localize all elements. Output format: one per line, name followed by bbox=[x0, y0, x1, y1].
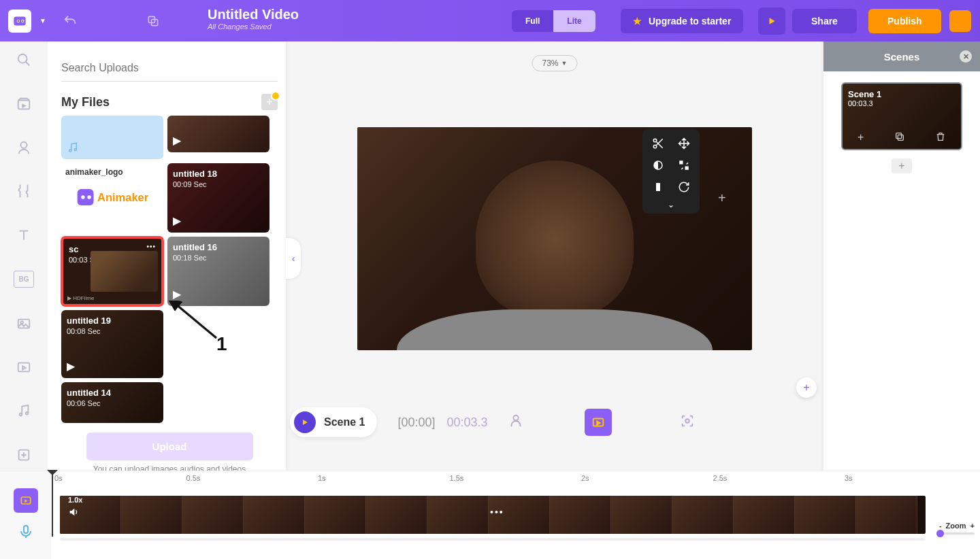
tick: 0.5s bbox=[186, 474, 201, 482]
flip-icon[interactable] bbox=[678, 159, 690, 171]
mode-lite[interactable]: Lite bbox=[553, 10, 595, 32]
timeline-zoom-control[interactable]: - Zoom + bbox=[939, 522, 975, 530]
character-icon[interactable] bbox=[14, 139, 34, 156]
user-avatar[interactable] bbox=[949, 10, 971, 32]
scene-add-icon[interactable]: + bbox=[858, 131, 864, 145]
app-logo[interactable] bbox=[8, 10, 31, 33]
file-animaker-logo[interactable]: animaker_logo Animaker bbox=[61, 163, 163, 231]
search-icon[interactable] bbox=[14, 52, 34, 68]
svg-point-29 bbox=[685, 419, 689, 423]
timeline-ruler[interactable]: 0s 0.5s 1s 1.5s 2s 2.5s 3s bbox=[54, 474, 932, 486]
file-untitled-19[interactable]: untitled 19 00:08 Sec ▶ bbox=[61, 310, 163, 378]
left-toolbar: BG bbox=[0, 41, 48, 463]
uploads-panel: My Files + ▶ animaker_logo Animaker unti… bbox=[48, 41, 286, 471]
animaker-logo-icon: Animaker bbox=[75, 180, 150, 214]
svg-point-4 bbox=[22, 20, 23, 21]
time-current: [00:00] bbox=[397, 416, 435, 429]
add-scene-button[interactable]: + bbox=[892, 158, 912, 173]
publish-button[interactable]: Publish bbox=[868, 9, 941, 33]
timeline: 0s 0.5s 1s 1.5s 2s 2.5s 3s 1.0x ••• - Zo… bbox=[0, 471, 980, 559]
volume-icon[interactable] bbox=[68, 507, 79, 520]
zoom-label: Zoom bbox=[946, 522, 966, 530]
timeline-zoom-slider[interactable] bbox=[936, 532, 975, 535]
trim-icon[interactable] bbox=[652, 137, 664, 150]
scene-pill[interactable]: Scene 1 bbox=[290, 407, 377, 437]
scene-play-button[interactable] bbox=[294, 411, 316, 433]
properties-icon[interactable] bbox=[14, 183, 34, 199]
play-icon: ▶ bbox=[173, 288, 181, 301]
share-button[interactable]: Share bbox=[792, 9, 857, 33]
timeline-video-icon[interactable] bbox=[14, 488, 38, 513]
video-icon[interactable] bbox=[14, 359, 34, 375]
svg-rect-30 bbox=[898, 135, 903, 140]
mode-full[interactable]: Full bbox=[512, 10, 553, 32]
tick: 1s bbox=[318, 474, 326, 482]
files-grid: ▶ animaker_logo Animaker untitled 18 00:… bbox=[61, 116, 278, 423]
play-icon: ▶ bbox=[173, 134, 181, 147]
file-options-icon[interactable]: ••• bbox=[146, 243, 156, 250]
app-menu-chevron-icon[interactable]: ▼ bbox=[39, 17, 46, 24]
file-untitled-18[interactable]: untitled 18 00:09 Sec ▶ bbox=[167, 163, 270, 233]
crop-icon[interactable] bbox=[652, 181, 664, 193]
zoom-minus-icon[interactable]: - bbox=[939, 522, 942, 530]
user-strip-icon[interactable] bbox=[508, 413, 523, 431]
timeline-left-tools bbox=[0, 471, 51, 559]
file-name: untitled 16 bbox=[173, 242, 264, 252]
tick: 1.5s bbox=[450, 474, 464, 482]
tick: 2s bbox=[581, 474, 589, 482]
close-scenes-icon[interactable]: ✕ bbox=[960, 50, 972, 63]
file-video-untitled17[interactable]: ▶ bbox=[167, 116, 270, 152]
speed-badge[interactable]: 1.0x bbox=[68, 496, 82, 504]
text-icon[interactable] bbox=[14, 227, 34, 243]
scene-strip: Scene 1 [00:00] 00:03.3 bbox=[286, 402, 823, 443]
scene-label: Scene 1 bbox=[324, 416, 365, 428]
search-uploads-input[interactable] bbox=[61, 55, 278, 82]
svg-point-23 bbox=[653, 145, 657, 148]
tick: 2.5s bbox=[713, 474, 728, 482]
zoom-value: 73% bbox=[542, 58, 559, 68]
image-icon[interactable] bbox=[14, 315, 34, 331]
add-canvas-right-button[interactable]: + bbox=[718, 190, 726, 206]
background-icon[interactable]: BG bbox=[14, 271, 34, 288]
add-element-button[interactable]: + bbox=[796, 377, 817, 398]
scene-thumbnail[interactable]: Scene 1 00:03.3 + bbox=[841, 82, 962, 150]
project-title[interactable]: Untitled Video bbox=[208, 7, 299, 22]
music-icon[interactable] bbox=[14, 403, 34, 419]
zoom-indicator[interactable]: 73% ▼ bbox=[532, 55, 578, 71]
playhead[interactable] bbox=[52, 471, 53, 537]
effects-icon[interactable] bbox=[14, 447, 34, 463]
file-name: untitled 19 bbox=[67, 316, 158, 326]
rotate-icon[interactable] bbox=[678, 181, 690, 193]
upgrade-label: Upgrade to starter bbox=[649, 16, 731, 27]
project-title-block: Untitled Video All Changes Saved bbox=[208, 7, 299, 31]
expand-toolbar-icon[interactable]: ⌄ bbox=[668, 200, 674, 209]
video-strip-icon[interactable] bbox=[585, 409, 612, 436]
undo-button[interactable] bbox=[53, 7, 87, 35]
track-options-icon[interactable]: ••• bbox=[490, 507, 504, 518]
timeline-mic-icon[interactable] bbox=[18, 524, 34, 543]
file-sc-selected[interactable]: sc 00:03 Sec ••• ▶ HDFilme bbox=[61, 237, 163, 306]
move-icon[interactable] bbox=[678, 137, 690, 150]
file-name: untitled 14 bbox=[67, 388, 158, 398]
chevron-down-icon: ▼ bbox=[561, 60, 568, 67]
preview-play-button[interactable] bbox=[758, 7, 785, 35]
file-untitled-16[interactable]: untitled 16 00:18 Sec ▶ bbox=[167, 237, 270, 306]
new-folder-button[interactable]: + bbox=[261, 94, 278, 110]
svg-point-7 bbox=[18, 54, 27, 63]
timeline-scrubber[interactable] bbox=[60, 538, 926, 541]
svg-rect-24 bbox=[679, 160, 683, 164]
scene-delete-icon[interactable] bbox=[935, 131, 946, 145]
mode-toggle[interactable]: Full Lite bbox=[512, 10, 595, 32]
focus-strip-icon[interactable] bbox=[680, 413, 695, 431]
contrast-icon[interactable] bbox=[652, 159, 664, 171]
upgrade-button[interactable]: ★ Upgrade to starter bbox=[621, 9, 743, 33]
file-untitled-14[interactable]: untitled 14 00:06 Sec bbox=[61, 382, 163, 423]
scene-thumb-name: Scene 1 bbox=[848, 89, 956, 99]
tick: 3s bbox=[845, 474, 853, 482]
scene-duplicate-icon[interactable] bbox=[894, 131, 905, 145]
library-icon[interactable] bbox=[14, 95, 34, 112]
zoom-plus-icon[interactable]: + bbox=[970, 522, 975, 530]
upload-button[interactable]: Upload bbox=[86, 433, 253, 460]
copy-button[interactable] bbox=[136, 7, 170, 35]
file-audio[interactable] bbox=[61, 116, 163, 159]
